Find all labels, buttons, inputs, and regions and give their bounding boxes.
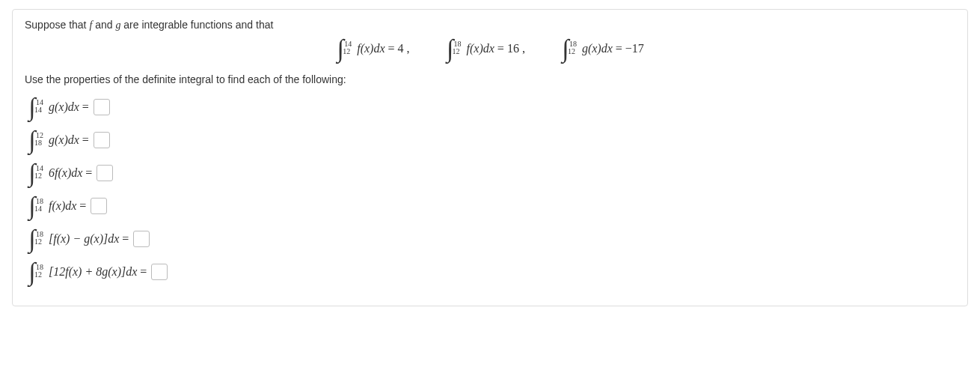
given-integral-2: ∫ 18 12 f(x)dx = 16 , [443,37,528,60]
integrand: f(x)dx [357,42,385,55]
integral-sign: ∫ 14 12 [25,162,40,184]
integrand: f(x)dx [467,42,494,55]
question-row-2: ∫ 12 18 g(x)dx = [25,129,955,151]
intro-text: Suppose that f and g are integrable func… [25,19,955,31]
answer-input-1[interactable] [94,99,110,115]
integral-sign: ∫ 18 12 [558,37,573,60]
instructions-text: Use the properties of the definite integ… [25,73,955,85]
integral-sign: ∫ 18 12 [25,261,40,283]
lower-limit: 12 [34,165,42,187]
lower-limit: 18 [34,132,42,154]
integral-sign: ∫ 18 12 [443,37,458,60]
equals-value: = 16 , [497,42,525,55]
equals-sign: = [140,265,147,279]
question-row-5: ∫ 18 12 [f(x) − g(x)]dx = [25,228,955,250]
intro-post: are integrable functions and that [120,19,273,31]
lower-limit: 14 [34,99,42,121]
integral-sign: ∫ 12 18 [25,129,40,151]
lower-limit: 12 [343,40,350,63]
given-integral-1: ∫ 14 12 f(x)dx = 4 , [333,37,412,60]
problem-container: Suppose that f and g are integrable func… [12,9,968,306]
answer-input-5[interactable] [133,231,150,247]
integral-sign: ∫ 14 12 [333,37,348,60]
question-row-3: ∫ 14 12 6f(x)dx = [25,162,955,184]
equals-value: = 4 , [388,42,410,55]
integrand: g(x)dx [49,100,79,114]
equals-sign: = [82,100,89,114]
answer-input-3[interactable] [97,165,113,181]
integral-sign: ∫ 18 14 [25,195,40,217]
equals-sign: = [122,232,129,246]
equals-sign: = [79,199,86,213]
answer-input-2[interactable] [94,132,110,148]
lower-limit: 12 [568,40,575,63]
integrand: [f(x) − g(x)]dx [49,232,119,246]
question-row-1: ∫ 14 14 g(x)dx = [25,96,955,118]
intro-pre: Suppose that [25,19,89,31]
integrand: g(x)dx [582,42,613,55]
integrand: 6f(x)dx [49,166,82,180]
lower-limit: 12 [453,40,460,63]
given-integrals: ∫ 14 12 f(x)dx = 4 , ∫ 18 12 f(x)dx = 16… [25,37,955,60]
answer-input-6[interactable] [151,264,168,280]
question-row-6: ∫ 18 12 [12f(x) + 8g(x)]dx = [25,261,955,283]
intro-mid: and [92,19,115,31]
integral-sign: ∫ 18 12 [25,228,40,250]
lower-limit: 12 [34,231,42,253]
question-row-4: ∫ 18 14 f(x)dx = [25,195,955,217]
integrand: f(x)dx [49,199,76,213]
integrand: g(x)dx [49,133,79,147]
integrand: [12f(x) + 8g(x)]dx [49,265,137,279]
lower-limit: 14 [34,198,42,220]
answer-input-4[interactable] [91,198,107,214]
given-integral-3: ∫ 18 12 g(x)dx = −17 [558,37,647,60]
integral-sign: ∫ 14 14 [25,96,40,118]
equals-value: = −17 [616,42,644,55]
equals-sign: = [85,166,92,180]
lower-limit: 12 [34,264,42,286]
equals-sign: = [82,133,89,147]
